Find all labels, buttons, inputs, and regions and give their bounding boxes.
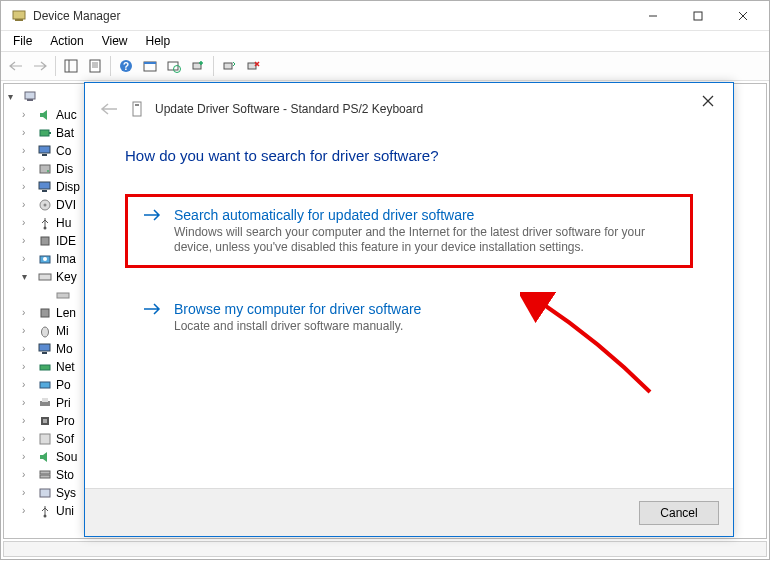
device-category-icon xyxy=(37,269,53,285)
svg-point-32 xyxy=(44,204,47,207)
svg-rect-47 xyxy=(42,398,48,402)
tree-item-label: Len xyxy=(56,304,76,322)
device-category-icon xyxy=(37,143,53,159)
svg-rect-39 xyxy=(57,293,69,298)
option-search-automatically[interactable]: Search automatically for updated driver … xyxy=(125,194,693,268)
expand-icon[interactable]: › xyxy=(22,412,34,430)
option-title: Search automatically for updated driver … xyxy=(174,207,676,223)
maximize-button[interactable] xyxy=(675,2,720,30)
arrow-right-icon xyxy=(142,207,162,255)
expand-icon[interactable]: › xyxy=(22,394,34,412)
device-category-icon xyxy=(37,215,53,231)
device-category-icon xyxy=(37,107,53,123)
tree-item-label: Pri xyxy=(56,394,71,412)
forward-button[interactable] xyxy=(29,55,51,77)
expand-icon[interactable]: › xyxy=(22,484,34,502)
menu-view[interactable]: View xyxy=(94,32,136,50)
expand-icon[interactable]: › xyxy=(22,178,34,196)
expand-icon[interactable]: › xyxy=(22,142,34,160)
expand-icon[interactable]: › xyxy=(22,376,34,394)
status-bar xyxy=(3,541,767,557)
expand-icon[interactable]: › xyxy=(22,358,34,376)
svg-rect-43 xyxy=(42,352,47,354)
expand-icon[interactable]: › xyxy=(22,466,34,484)
expand-icon[interactable]: › xyxy=(22,124,34,142)
device-category-icon xyxy=(37,359,53,375)
minimize-button[interactable] xyxy=(630,2,675,30)
help-button[interactable]: ? xyxy=(115,55,137,77)
update-driver-dialog: Update Driver Software - Standard PS/2 K… xyxy=(84,82,734,537)
toolbar: ? xyxy=(1,51,769,81)
device-category-icon xyxy=(37,467,53,483)
action-button[interactable] xyxy=(139,55,161,77)
device-category-icon xyxy=(37,251,53,267)
expand-icon[interactable]: › xyxy=(22,232,34,250)
toolbar-separator xyxy=(213,56,214,76)
properties-button[interactable] xyxy=(84,55,106,77)
scan-button[interactable] xyxy=(163,55,185,77)
window-controls xyxy=(630,2,765,30)
show-hide-tree-button[interactable] xyxy=(60,55,82,77)
svg-point-36 xyxy=(43,257,47,261)
menu-file[interactable]: File xyxy=(5,32,40,50)
tree-item-label: Pro xyxy=(56,412,75,430)
uninstall-button[interactable] xyxy=(242,55,264,77)
add-hardware-button[interactable] xyxy=(187,55,209,77)
tree-item-label: Mi xyxy=(56,322,69,340)
svg-rect-21 xyxy=(25,92,35,99)
svg-rect-42 xyxy=(39,344,50,351)
device-category-icon xyxy=(37,431,53,447)
svg-rect-0 xyxy=(13,11,25,19)
tree-item-label: Auc xyxy=(56,106,77,124)
svg-point-28 xyxy=(47,170,49,172)
computer-icon xyxy=(23,89,39,105)
dialog-close-button[interactable] xyxy=(693,89,723,113)
expand-icon[interactable]: › xyxy=(22,322,34,340)
device-category-icon xyxy=(37,305,53,321)
cancel-button[interactable]: Cancel xyxy=(639,501,719,525)
close-button[interactable] xyxy=(720,2,765,30)
expand-icon[interactable]: › xyxy=(22,430,34,448)
menu-action[interactable]: Action xyxy=(42,32,91,50)
option-browse-computer[interactable]: Browse my computer for driver software L… xyxy=(125,288,693,347)
tree-item-label: Co xyxy=(56,142,71,160)
svg-point-54 xyxy=(44,515,47,518)
device-category-icon xyxy=(37,323,53,339)
dialog-back-button[interactable] xyxy=(99,101,119,117)
tree-item-label: Sou xyxy=(56,448,77,466)
svg-rect-52 xyxy=(40,475,50,478)
device-category-icon xyxy=(37,161,53,177)
device-category-icon xyxy=(37,413,53,429)
update-driver-button[interactable] xyxy=(218,55,240,77)
device-category-icon xyxy=(37,503,53,519)
svg-rect-45 xyxy=(40,382,50,388)
expand-icon[interactable]: ▾ xyxy=(22,268,34,286)
tree-item-label: Mo xyxy=(56,340,73,358)
tree-item-label: DVI xyxy=(56,196,76,214)
expand-icon[interactable]: › xyxy=(22,502,34,520)
expand-icon[interactable]: › xyxy=(22,250,34,268)
tree-item-label: Uni xyxy=(56,502,74,520)
tree-item-label: Disp xyxy=(56,178,80,196)
title-bar: Device Manager xyxy=(1,1,769,31)
expand-icon[interactable]: › xyxy=(22,304,34,322)
tree-item-label: Key xyxy=(56,268,77,286)
dialog-footer: Cancel xyxy=(85,488,733,536)
device-category-icon xyxy=(37,233,53,249)
svg-rect-22 xyxy=(27,99,33,101)
expand-icon[interactable]: › xyxy=(22,448,34,466)
expand-icon[interactable]: › xyxy=(22,196,34,214)
menu-help[interactable]: Help xyxy=(138,32,179,50)
svg-rect-53 xyxy=(40,489,50,497)
expand-icon[interactable]: › xyxy=(22,160,34,178)
expand-icon[interactable]: › xyxy=(22,106,34,124)
expand-icon[interactable]: › xyxy=(22,214,34,232)
tree-item-label: Net xyxy=(56,358,75,376)
device-category-icon xyxy=(37,197,53,213)
back-button[interactable] xyxy=(5,55,27,77)
dialog-heading: How do you want to search for driver sof… xyxy=(125,147,693,164)
tree-item-label: Bat xyxy=(56,124,74,142)
expand-icon[interactable]: ▾ xyxy=(8,88,20,106)
svg-rect-15 xyxy=(144,62,156,64)
expand-icon[interactable]: › xyxy=(22,340,34,358)
